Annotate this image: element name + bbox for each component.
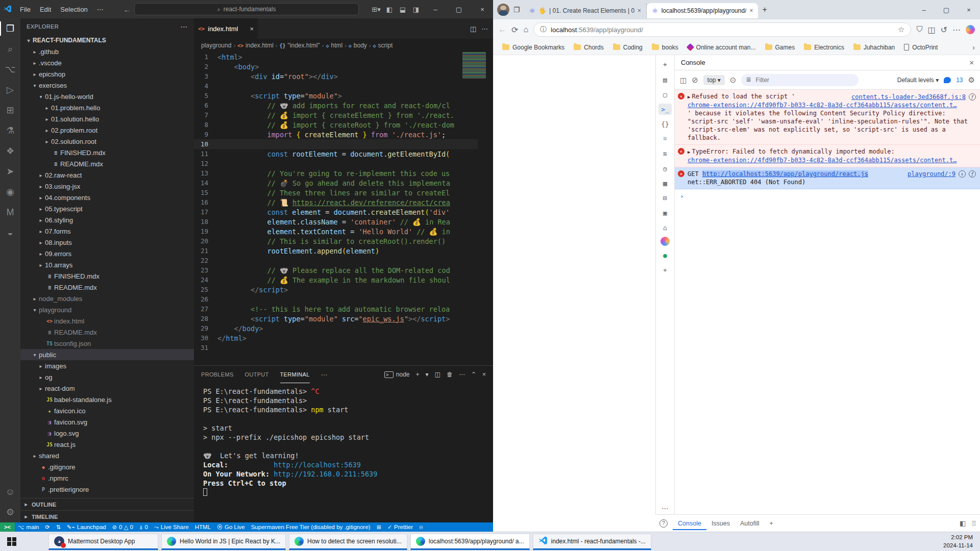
favorites-star-icon[interactable]: ☆ — [898, 25, 904, 34]
tree-item-04-components[interactable]: ▸04.components — [20, 192, 194, 203]
tree-item-public[interactable]: ▾public — [20, 349, 194, 360]
code-line-16[interactable]: 16 // 📜 https://react.dev/reference/reac… — [194, 197, 478, 207]
grid-item[interactable]: ⊞ — [374, 522, 384, 532]
tree-item--vscode[interactable]: ▸.vscode — [20, 57, 194, 68]
code-editor[interactable]: 1<html>2 <body>3 <div id="root"></div>45… — [194, 52, 478, 365]
taskbar-clock[interactable]: 2:02 PM 2024-11-14 — [943, 534, 980, 549]
chat-icon[interactable]: ◒ — [0, 222, 20, 243]
toggle-sidebar-icon[interactable]: ◧ — [383, 3, 396, 16]
supermaven-item[interactable]: Supermaven Free Tier (disabled by .gitig… — [248, 522, 374, 532]
editor-scrollbar[interactable] — [486, 52, 493, 365]
code-line-28[interactable]: 28 <script type="module" src="epic_ws.js… — [194, 314, 478, 323]
minimize-button[interactable]: – — [425, 0, 446, 18]
bookmark-electronics[interactable]: Electronics — [800, 42, 848, 53]
tree-item--prettierignore[interactable]: P.prettierignore — [20, 484, 194, 495]
browser-more-icon[interactable]: ⋯ — [952, 25, 961, 35]
terminal-dropdown-icon[interactable]: ▾ — [426, 371, 429, 378]
ports-item[interactable]: ⍋0 — [136, 522, 151, 532]
code-line-6[interactable]: 6 // 🐨 add imports for react and react-d… — [194, 101, 478, 110]
code-line-5[interactable]: 5 <script type="module"> — [194, 91, 478, 101]
device-emulation-icon[interactable]: ▤ — [658, 74, 672, 85]
code-line-23[interactable]: 23 // 🐨 Please replace all the DOM-relat… — [194, 265, 478, 275]
new-terminal-icon[interactable]: + — [416, 371, 420, 378]
code-line-7[interactable]: 7 // 💰 import { createElement } from './… — [194, 110, 478, 120]
browser-refresh-icon[interactable]: ⟳ — [511, 25, 518, 35]
console-filter-input[interactable] — [741, 74, 859, 86]
problems-item[interactable]: ⊘0 △ 0 — [109, 522, 136, 532]
console-sidebar-icon[interactable]: ◫ — [680, 76, 687, 84]
elements-icon[interactable]: ⌗ — [658, 133, 672, 144]
network-icon[interactable]: ≋ — [658, 148, 672, 159]
timeline-section[interactable]: ▸TIMELINE — [20, 510, 194, 522]
breadcrumb-item-html[interactable]: ◇html — [326, 42, 342, 49]
inspect-icon[interactable]: ⌖ — [658, 59, 672, 70]
terminal-shell-selector[interactable]: >_ node — [384, 371, 410, 378]
console-error-get[interactable]: ×GET http://localhost:5639/app/playgroun… — [675, 167, 980, 189]
live-share-item[interactable]: ⤳Live Share — [151, 522, 192, 532]
account-icon[interactable]: ☺ — [0, 482, 20, 502]
tree-item-og[interactable]: ▸og — [20, 371, 194, 383]
code-line-4[interactable]: 4 — [194, 81, 478, 91]
devtools-tab-console[interactable]: Console — [673, 517, 706, 530]
application-icon[interactable]: ⊟ — [658, 192, 672, 204]
default-levels-dropdown[interactable]: Default levels ▾ — [897, 77, 939, 84]
terminal-more-icon[interactable]: ⋯ — [459, 371, 465, 378]
code-line-24[interactable]: 24 // 💰 The example in the markdown file… — [194, 275, 478, 285]
source-location-link[interactable]: content.ts-loader-3ed3668f.js:8 — [851, 93, 966, 101]
tree-item-index-html[interactable]: <>index.html — [20, 315, 194, 327]
taskbar-edge-screen-res[interactable]: How to detect the screen resoluti... — [289, 534, 407, 550]
copilot-icon[interactable] — [966, 25, 975, 34]
browser-tab-localhost[interactable]: ⚛localhost:5639/app/playground/× — [647, 3, 758, 18]
extension-green-icon[interactable]: ● — [658, 249, 672, 261]
explorer-icon[interactable]: ❐ — [0, 18, 20, 39]
tree-item-react-fundamentals[interactable]: ▾REACT-FUNDAMENTALS — [20, 35, 194, 46]
tree-item-02-solution-root[interactable]: ▸02.solution.root — [20, 136, 194, 147]
code-line-3[interactable]: 3 <div id="root"></div> — [194, 71, 478, 81]
start-button[interactable] — [0, 532, 23, 551]
bookmark-games[interactable]: Games — [761, 42, 799, 53]
tree-item-epicshop[interactable]: ▸epicshop — [20, 68, 194, 80]
editor-more-icon[interactable]: ⋯ — [481, 25, 488, 33]
address-bar[interactable]: ⓘ localhost:5639/app/playground/ ☆ — [533, 22, 911, 37]
graph-icon[interactable]: ⇅ — [53, 522, 64, 532]
devtools-rail-more-icon[interactable]: ⋯ — [662, 504, 669, 514]
menu-selection[interactable]: Selection — [56, 6, 92, 13]
tree-item-finished-mdx[interactable]: ≡FINISHED.mdx — [20, 147, 194, 158]
welcome-icon[interactable]: ▢ — [658, 89, 672, 100]
toggle-panel-icon[interactable]: ⬓ — [396, 3, 409, 16]
workspaces-icon[interactable]: ❐ — [513, 6, 520, 14]
remote-indicator[interactable]: >< — [0, 522, 15, 532]
notifications-item[interactable]: ⍾ — [416, 522, 426, 532]
code-line-21[interactable]: 21 rootElement.append(element) — [194, 246, 478, 256]
code-line-13[interactable]: 13 // You're going to re-implement this … — [194, 168, 478, 178]
console-prompt[interactable]: › — [675, 189, 980, 204]
tree-item-images[interactable]: ▸images — [20, 360, 194, 371]
menu-more[interactable]: ⋯ — [92, 6, 108, 13]
tree-item--github[interactable]: ▸.github — [20, 46, 194, 57]
tree-item-finished-mdx[interactable]: ≡FINISHED.mdx — [20, 270, 194, 282]
tree-item-07-forms[interactable]: ▸07.forms — [20, 226, 194, 237]
bookmark-coding[interactable]: Coding — [609, 42, 647, 53]
code-line-8[interactable]: 8 // 💰 import { createRoot } from './rea… — [194, 120, 478, 130]
browser-home-icon[interactable]: ⌂ — [523, 25, 528, 34]
browser-essentials-icon[interactable]: ⛉ — [916, 25, 922, 34]
extension-script-link[interactable]: chrome-extension://4fd90fb7-b033-4c82-8a… — [688, 102, 957, 109]
tab-close-icon[interactable]: × — [638, 7, 641, 14]
split-terminal-icon[interactable]: ◫ — [435, 371, 440, 378]
taskbar-edge-localhost[interactable]: localhost:5639/app/playground/ a... — [410, 534, 530, 550]
code-line-31[interactable]: 31 — [194, 343, 478, 353]
expand-triangle-icon[interactable]: ▶ — [688, 94, 690, 99]
tab-close-icon[interactable]: × — [749, 7, 753, 14]
panel-tab-output[interactable]: OUTPUT — [245, 366, 269, 383]
code-line-25[interactable]: 25 </script> — [194, 285, 478, 294]
tree-item-readme-mdx[interactable]: ≡README.mdx — [20, 327, 194, 338]
tree-item-react-dom[interactable]: ▸react-dom — [20, 383, 194, 394]
toggle-secondary-sidebar-icon[interactable]: ◨ — [409, 3, 423, 16]
browser-back-icon[interactable]: ← — [498, 25, 506, 34]
taskbar-vscode[interactable]: index.html - react-fundamentals -... — [533, 534, 651, 550]
console-icon[interactable]: >_ — [658, 104, 672, 115]
code-line-14[interactable]: 14 // 💣 So go ahead and delete this impl… — [194, 178, 478, 188]
memory-icon[interactable]: ▦ — [658, 178, 672, 189]
source-control-icon[interactable]: ⌥ — [0, 59, 20, 80]
bookmark-online-account-man-[interactable]: Online account man... — [683, 42, 760, 53]
